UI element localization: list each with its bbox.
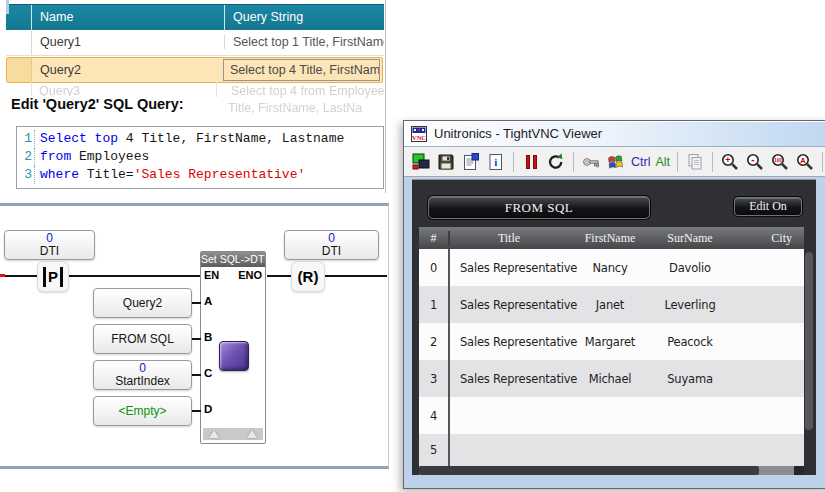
vnc-toolbar: i — [404, 147, 825, 177]
param-query2[interactable]: Query2 — [93, 288, 192, 318]
index-column-header: # — [419, 231, 450, 246]
param-empty[interactable]: <Empty> — [93, 396, 192, 426]
screenshot-root: Name Query String Query1 Select top 1 Ti… — [0, 0, 825, 492]
svg-text:-: - — [751, 154, 754, 165]
table-row[interactable]: 2 Sales Representative Margaret Peacock — [419, 323, 804, 360]
toolbar-separator — [573, 152, 574, 172]
city-column-header: City — [728, 231, 804, 246]
ladder-rail-power-stub — [0, 274, 5, 277]
row-selector-cell[interactable] — [7, 58, 32, 82]
function-block-footer — [203, 428, 263, 440]
table-row[interactable]: 1 Sales Representative Janet Leverling — [419, 286, 804, 323]
vnc-remote-frame: FROM SQL Edit On # Title FirstName SurNa… — [404, 177, 825, 490]
sql-editor-heading: Edit 'Query2' SQL Query: — [11, 96, 190, 112]
scrollbar-corner — [794, 466, 804, 475]
operand-dti-left[interactable]: 0 DTI — [4, 230, 95, 260]
edit-on-button[interactable]: Edit On — [734, 197, 802, 216]
row-selector-header — [6, 5, 32, 30]
zoom-auto-icon[interactable]: A — [795, 152, 815, 172]
copy-icon-disabled[interactable] — [685, 152, 705, 172]
operand-dti-right[interactable]: 0 DTI — [284, 230, 379, 260]
table-row[interactable]: 5 — [419, 434, 804, 466]
positive-transition-contact[interactable]: P — [37, 261, 69, 292]
hmi-table-header: # Title FirstName SurName City — [419, 227, 804, 249]
port-label-a: A — [204, 295, 212, 307]
eno-output-label: ENO — [238, 269, 262, 281]
query-editor-panel: Name Query String Query1 Select top 1 Ti… — [6, 0, 386, 193]
svg-text:100: 100 — [774, 158, 782, 163]
expand-triangle-icon — [209, 430, 219, 438]
query-string-column-header: Query String — [225, 5, 384, 30]
horizontal-scrollbar-thumb[interactable] — [419, 466, 759, 475]
sql-line: 3where Title='Sales Representative' — [17, 166, 383, 184]
windows-key-icon[interactable] — [606, 152, 626, 172]
vertical-scrollbar-thumb[interactable] — [805, 252, 813, 430]
surname-column-header: SurName — [652, 231, 728, 246]
save-icon[interactable] — [436, 152, 456, 172]
svg-text:A: A — [800, 155, 806, 164]
firstname-column-header: FirstName — [568, 231, 652, 246]
reset-coil[interactable]: (R) — [291, 261, 325, 292]
pause-icon[interactable] — [521, 152, 541, 172]
sql-block-purple-icon — [219, 341, 249, 371]
toolbar-separator — [513, 152, 514, 172]
ladder-rail — [267, 275, 291, 277]
ladder-rail — [323, 275, 387, 277]
toolbar-separator — [712, 152, 713, 172]
table-row-selected[interactable]: Query2 Select top 4 Title, FirstName, La — [6, 57, 383, 83]
window-title: Unitronics - TightVNC Viewer — [434, 126, 602, 141]
toolbar-separator — [677, 152, 678, 172]
en-input-label: EN — [204, 269, 219, 281]
zoom-100-icon[interactable]: 100 — [770, 152, 790, 172]
port-label-c: C — [204, 367, 212, 379]
line-number: 1 — [17, 130, 35, 148]
refresh-icon[interactable] — [546, 152, 566, 172]
expand-triangle-icon — [247, 430, 257, 438]
param-start-index[interactable]: 0 StartIndex — [93, 360, 192, 390]
from-sql-button[interactable]: FROM SQL — [428, 196, 650, 219]
ladder-net: 0 DTI 0 DTI P (R) Set SQL->DTI EN ENO — [0, 203, 389, 469]
contact-bar — [43, 267, 46, 287]
table-row-ghost-fragment: Title, FirstName, LastNa — [228, 101, 382, 115]
sql-code-editor[interactable]: 1Select top 4 Title, FirstName, Lastname… — [16, 126, 384, 189]
sql-line: 2from Employees — [17, 148, 383, 166]
title-column-header: Title — [450, 231, 568, 246]
svg-text:i: i — [494, 156, 497, 168]
line-number: 3 — [17, 166, 35, 184]
alt-key-button[interactable]: Alt — [655, 155, 670, 169]
port-label-b: B — [204, 331, 212, 343]
function-block-title: Set SQL->DTI — [201, 252, 265, 267]
toolbar-separator — [822, 152, 823, 172]
param-from-sql[interactable]: FROM SQL — [93, 324, 192, 354]
line-number: 2 — [17, 148, 35, 166]
window-title-bar[interactable]: VNC Unitronics - TightVNC Viewer — [404, 121, 825, 147]
ladder-rail — [5, 275, 200, 277]
remote-hmi-screen: FROM SQL Edit On # Title FirstName SurNa… — [412, 179, 816, 475]
ctrl-key-button[interactable]: Ctrl — [631, 155, 650, 169]
query-name-cell[interactable]: Query2 — [32, 63, 223, 77]
table-row[interactable]: 0 Sales Representative Nancy Davolio — [419, 249, 804, 286]
row-selector-cell[interactable] — [6, 29, 32, 55]
query-string-cell[interactable]: Select top 1 Title, FirstName, La — [225, 35, 384, 49]
horizontal-scrollbar[interactable] — [419, 466, 804, 475]
port-label-d: D — [204, 403, 212, 415]
contact-bar — [60, 267, 63, 287]
new-connection-icon[interactable] — [411, 152, 431, 172]
connection-info-icon[interactable]: i — [486, 152, 506, 172]
query-string-cell-focused[interactable]: Select top 4 Title, FirstName, La — [223, 59, 380, 81]
table-row[interactable]: Query1 Select top 1 Title, FirstName, La — [6, 29, 384, 56]
tightvnc-window: VNC Unitronics - TightVNC Viewer — [403, 120, 825, 489]
table-row[interactable]: 3 Sales Representative Michael Suyama — [419, 360, 804, 397]
zoom-out-icon[interactable]: - — [745, 152, 765, 172]
vnc-app-icon: VNC — [411, 126, 427, 142]
svg-text:VNC: VNC — [412, 133, 426, 140]
sql-line: 1Select top 4 Title, FirstName, Lastname — [17, 130, 383, 148]
table-row[interactable]: 4 — [419, 397, 804, 434]
panel-edge-mark — [6, 0, 9, 14]
query-name-cell[interactable]: Query1 — [32, 35, 225, 49]
connection-options-icon[interactable] — [461, 152, 481, 172]
ctrl-alt-del-icon[interactable] — [581, 152, 601, 172]
query-table-header: Name Query String — [6, 4, 384, 30]
svg-text:+: + — [725, 155, 730, 165]
zoom-in-icon[interactable]: + — [720, 152, 740, 172]
